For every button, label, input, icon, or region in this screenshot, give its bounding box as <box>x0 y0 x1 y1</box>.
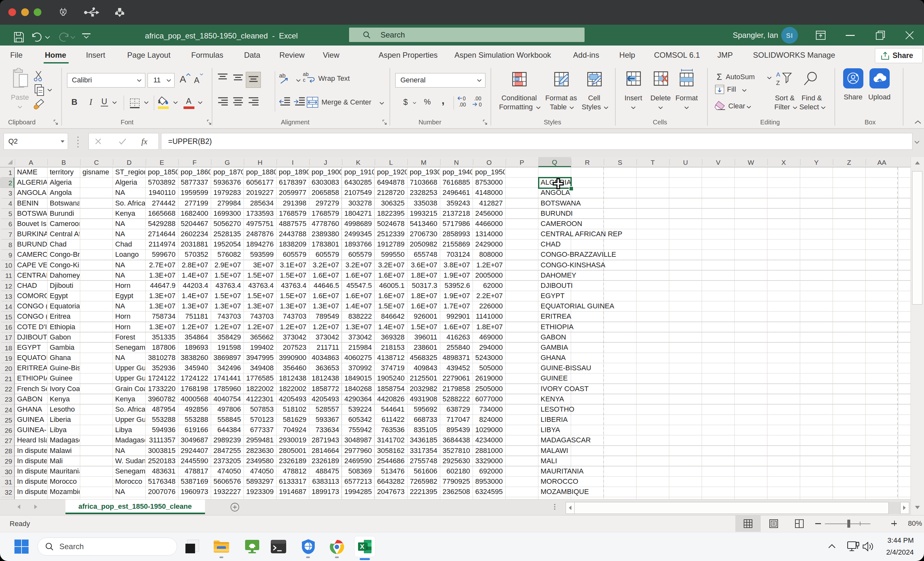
svg-text:X: X <box>360 543 364 550</box>
svg-text:Z: Z <box>776 79 780 86</box>
svg-text:A: A <box>776 71 780 78</box>
